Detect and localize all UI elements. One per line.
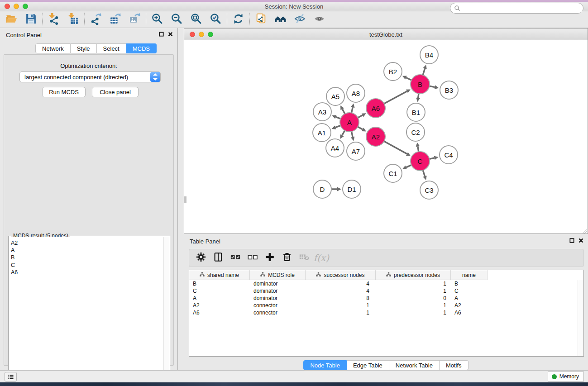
zoom-fit-button[interactable]	[186, 12, 206, 27]
result-item[interactable]: A2	[11, 239, 163, 247]
float-panel-icon[interactable]	[159, 32, 164, 37]
zoom-selected-button[interactable]	[206, 12, 225, 27]
graph-node-C[interactable]: C	[410, 151, 430, 171]
dropdown-stepper-icon[interactable]	[150, 72, 160, 82]
refresh-button[interactable]	[229, 12, 248, 27]
task-history-button[interactable]	[5, 372, 17, 381]
table-cell[interactable]: 1	[306, 309, 376, 316]
export-image-button[interactable]	[125, 12, 144, 27]
tab-mcds[interactable]: MCDS	[126, 43, 157, 53]
save-session-button[interactable]	[21, 12, 41, 27]
graph-node-D1[interactable]: D1	[342, 180, 361, 199]
table-cell[interactable]: B	[451, 280, 488, 287]
tab-network[interactable]: Network	[35, 43, 71, 53]
table-cell[interactable]: dominator	[250, 280, 306, 287]
table-cell[interactable]: 0	[376, 295, 451, 302]
table-cell[interactable]: dominator	[250, 287, 306, 295]
graph-node-A8[interactable]: A8	[346, 84, 365, 103]
column-visibility-button[interactable]	[211, 251, 225, 265]
table-scrollbar[interactable]	[578, 280, 583, 356]
graph-node-A1[interactable]: A1	[312, 123, 331, 142]
hide-panels-button[interactable]	[290, 12, 310, 27]
table-cell[interactable]: 1	[376, 309, 451, 316]
show-panels-button[interactable]	[310, 12, 329, 27]
export-network-button[interactable]	[86, 12, 105, 27]
home-button[interactable]	[271, 12, 290, 27]
delete-row-button[interactable]	[280, 251, 294, 265]
deselect-all-button[interactable]	[245, 251, 260, 265]
memory-button[interactable]: Memory	[548, 372, 584, 381]
graph-node-B3[interactable]: B3	[440, 81, 459, 100]
result-item[interactable]: C	[11, 262, 163, 269]
mcds-result-list[interactable]: A2ABCA6	[9, 237, 163, 386]
graph-node-B2[interactable]: B2	[383, 62, 402, 81]
open-session-button[interactable]	[2, 12, 21, 27]
table-cell[interactable]: 1	[306, 302, 376, 309]
import-network-button[interactable]	[44, 12, 63, 27]
close-panel-icon[interactable]	[168, 32, 173, 37]
column-header-name[interactable]: name	[451, 270, 488, 280]
table-cell[interactable]: B	[189, 280, 250, 287]
table-cell[interactable]: A	[451, 295, 488, 302]
graph-node-C4[interactable]: C4	[439, 145, 458, 164]
tab-edge-table[interactable]: Edge Table	[347, 360, 389, 370]
criterion-dropdown[interactable]: largest connected component (directed)	[19, 71, 161, 82]
table-cell[interactable]: 1	[376, 280, 451, 287]
table-cell[interactable]: 4	[306, 280, 376, 287]
table-cell[interactable]: C	[189, 287, 250, 295]
graph-node-A2[interactable]: A2	[366, 127, 386, 147]
table-cell[interactable]: C	[451, 287, 488, 295]
table-row[interactable]: A6connector11A6	[189, 309, 577, 316]
column-header-predecessor-nodes[interactable]: predecessor nodes	[376, 270, 451, 280]
table-cell[interactable]: A6	[451, 309, 488, 316]
network-window-titlebar[interactable]: testGlobe.txt	[184, 29, 588, 40]
column-header-shared-name[interactable]: shared name	[189, 270, 250, 280]
table-cell[interactable]: A	[189, 295, 250, 302]
search-box[interactable]	[450, 3, 583, 14]
result-scrollbar[interactable]	[163, 237, 169, 386]
select-all-button[interactable]	[228, 251, 243, 265]
result-item[interactable]: A6	[11, 269, 163, 276]
graph-node-C3[interactable]: C3	[420, 181, 439, 200]
table-cell[interactable]: 8	[306, 295, 376, 302]
export-table-button[interactable]	[105, 12, 125, 27]
close-panel-button[interactable]: Close panel	[92, 87, 139, 97]
tab-node-table[interactable]: Node Table	[303, 360, 347, 370]
graph-node-B4[interactable]: B4	[420, 45, 439, 64]
window-resize-grip[interactable]	[581, 227, 587, 233]
table-cell[interactable]: dominator	[250, 295, 306, 302]
graph-node-A4[interactable]: A4	[325, 138, 344, 157]
graph-node-A[interactable]: A	[339, 112, 359, 132]
table-cell[interactable]: A6	[189, 309, 250, 316]
zoom-in-button[interactable]	[148, 12, 167, 27]
result-item[interactable]: B	[11, 254, 163, 261]
graph-node-C2[interactable]: C2	[406, 123, 425, 142]
graph-node-A7[interactable]: A7	[346, 142, 365, 161]
network-vertical-scroll-handle[interactable]	[184, 196, 186, 203]
tab-select[interactable]: Select	[97, 43, 126, 53]
table-row[interactable]: Cdominator41C	[189, 287, 577, 295]
table-cell[interactable]: A2	[451, 302, 488, 309]
network-canvas[interactable]: B4B2BB3B1A8A5A6A3AA1A2C2A4A7C4CC1C3DD1	[184, 40, 588, 234]
tab-style[interactable]: Style	[71, 43, 97, 53]
settings-gear-button[interactable]	[194, 251, 208, 265]
search-input[interactable]	[460, 4, 583, 13]
column-header-successor-nodes[interactable]: successor nodes	[306, 270, 376, 280]
column-header-MCDS-role[interactable]: MCDS role	[250, 270, 306, 280]
table-cell[interactable]: 1	[376, 302, 451, 309]
graph-node-A3[interactable]: A3	[313, 102, 332, 121]
result-item[interactable]: A	[11, 247, 163, 254]
zoom-out-button[interactable]	[167, 12, 186, 27]
graph-node-B[interactable]: B	[410, 74, 430, 94]
table-row[interactable]: A2connector11A2	[189, 302, 577, 309]
table-row[interactable]: Bdominator41B	[189, 280, 577, 287]
graph-node-C1[interactable]: C1	[383, 164, 402, 183]
close-panel-icon[interactable]	[578, 238, 583, 243]
add-row-button[interactable]	[263, 251, 277, 265]
network-from-selection-button[interactable]	[251, 12, 271, 27]
table-cell[interactable]: 1	[376, 287, 451, 295]
table-row[interactable]: Adominator80A	[189, 295, 577, 302]
graph-node-B1[interactable]: B1	[406, 103, 425, 122]
float-panel-icon[interactable]	[569, 238, 574, 243]
table-cell[interactable]: connector	[250, 309, 306, 316]
